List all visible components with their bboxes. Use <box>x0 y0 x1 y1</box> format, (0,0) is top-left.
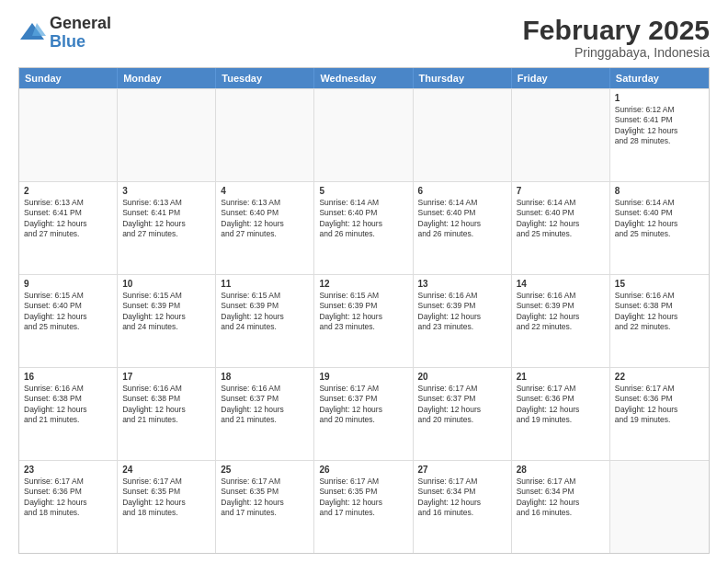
day-cell <box>512 89 610 181</box>
logo-general: General <box>50 15 111 33</box>
day-cell <box>19 89 118 181</box>
day-cell <box>610 461 709 553</box>
day-info: Sunrise: 6:17 AMSunset: 6:36 PMDaylight:… <box>24 477 112 519</box>
day-number: 12 <box>319 279 407 289</box>
day-number: 1 <box>615 93 704 103</box>
day-info: Sunrise: 6:17 AMSunset: 6:35 PMDaylight:… <box>319 477 407 519</box>
calendar-body: 1Sunrise: 6:12 AMSunset: 6:41 PMDaylight… <box>19 88 709 553</box>
day-number: 14 <box>517 279 605 289</box>
day-cell: 23Sunrise: 6:17 AMSunset: 6:36 PMDayligh… <box>19 461 118 553</box>
day-info: Sunrise: 6:15 AMSunset: 6:39 PMDaylight:… <box>221 291 309 333</box>
day-info: Sunrise: 6:13 AMSunset: 6:40 PMDaylight:… <box>221 198 309 240</box>
day-number: 10 <box>122 279 210 289</box>
day-cell: 22Sunrise: 6:17 AMSunset: 6:36 PMDayligh… <box>610 368 709 460</box>
day-cell <box>118 89 216 181</box>
day-info: Sunrise: 6:17 AMSunset: 6:37 PMDaylight:… <box>319 384 407 426</box>
day-number: 16 <box>24 372 112 382</box>
day-number: 6 <box>418 186 506 196</box>
logo: General Blue <box>18 15 111 52</box>
day-number: 25 <box>221 465 309 475</box>
day-number: 9 <box>24 279 112 289</box>
week-row-2: 2Sunrise: 6:13 AMSunset: 6:41 PMDaylight… <box>19 181 709 274</box>
day-number: 17 <box>122 372 210 382</box>
day-cell: 24Sunrise: 6:17 AMSunset: 6:35 PMDayligh… <box>118 461 216 553</box>
day-headers: SundayMondayTuesdayWednesdayThursdayFrid… <box>19 68 709 88</box>
day-header-wednesday: Wednesday <box>314 68 413 88</box>
day-cell: 17Sunrise: 6:16 AMSunset: 6:38 PMDayligh… <box>118 368 216 460</box>
logo-text: General Blue <box>50 15 111 52</box>
day-info: Sunrise: 6:14 AMSunset: 6:40 PMDaylight:… <box>517 198 605 240</box>
day-cell: 28Sunrise: 6:17 AMSunset: 6:34 PMDayligh… <box>512 461 610 553</box>
day-header-friday: Friday <box>512 68 610 88</box>
day-cell: 20Sunrise: 6:17 AMSunset: 6:37 PMDayligh… <box>414 368 512 460</box>
day-cell: 4Sunrise: 6:13 AMSunset: 6:40 PMDaylight… <box>216 182 314 274</box>
day-cell: 9Sunrise: 6:15 AMSunset: 6:40 PMDaylight… <box>19 275 118 367</box>
day-number: 8 <box>615 186 704 196</box>
day-info: Sunrise: 6:16 AMSunset: 6:39 PMDaylight:… <box>517 291 605 333</box>
day-info: Sunrise: 6:17 AMSunset: 6:36 PMDaylight:… <box>517 384 605 426</box>
day-number: 3 <box>122 186 210 196</box>
day-info: Sunrise: 6:16 AMSunset: 6:38 PMDaylight:… <box>122 384 210 426</box>
day-cell: 10Sunrise: 6:15 AMSunset: 6:39 PMDayligh… <box>118 275 216 367</box>
day-cell: 3Sunrise: 6:13 AMSunset: 6:41 PMDaylight… <box>118 182 216 274</box>
day-cell <box>414 89 512 181</box>
day-header-sunday: Sunday <box>19 68 118 88</box>
day-cell: 27Sunrise: 6:17 AMSunset: 6:34 PMDayligh… <box>414 461 512 553</box>
week-row-5: 23Sunrise: 6:17 AMSunset: 6:36 PMDayligh… <box>19 460 709 553</box>
day-cell: 13Sunrise: 6:16 AMSunset: 6:39 PMDayligh… <box>414 275 512 367</box>
day-cell: 12Sunrise: 6:15 AMSunset: 6:39 PMDayligh… <box>314 275 413 367</box>
day-cell: 18Sunrise: 6:16 AMSunset: 6:37 PMDayligh… <box>216 368 314 460</box>
day-info: Sunrise: 6:14 AMSunset: 6:40 PMDaylight:… <box>615 198 704 240</box>
day-cell: 1Sunrise: 6:12 AMSunset: 6:41 PMDaylight… <box>610 89 709 181</box>
day-cell: 25Sunrise: 6:17 AMSunset: 6:35 PMDayligh… <box>216 461 314 553</box>
day-header-saturday: Saturday <box>610 68 709 88</box>
day-number: 18 <box>221 372 309 382</box>
day-cell: 6Sunrise: 6:14 AMSunset: 6:40 PMDaylight… <box>414 182 512 274</box>
day-number: 23 <box>24 465 112 475</box>
day-info: Sunrise: 6:13 AMSunset: 6:41 PMDaylight:… <box>122 198 210 240</box>
logo-icon <box>18 19 46 47</box>
day-cell: 2Sunrise: 6:13 AMSunset: 6:41 PMDaylight… <box>19 182 118 274</box>
day-number: 5 <box>319 186 407 196</box>
day-number: 21 <box>517 372 605 382</box>
day-info: Sunrise: 6:15 AMSunset: 6:40 PMDaylight:… <box>24 291 112 333</box>
day-info: Sunrise: 6:17 AMSunset: 6:34 PMDaylight:… <box>517 477 605 519</box>
day-info: Sunrise: 6:16 AMSunset: 6:39 PMDaylight:… <box>418 291 506 333</box>
day-number: 15 <box>615 279 704 289</box>
day-cell: 15Sunrise: 6:16 AMSunset: 6:38 PMDayligh… <box>610 275 709 367</box>
day-cell: 8Sunrise: 6:14 AMSunset: 6:40 PMDaylight… <box>610 182 709 274</box>
week-row-1: 1Sunrise: 6:12 AMSunset: 6:41 PMDaylight… <box>19 88 709 181</box>
day-info: Sunrise: 6:16 AMSunset: 6:38 PMDaylight:… <box>615 291 704 333</box>
day-info: Sunrise: 6:15 AMSunset: 6:39 PMDaylight:… <box>122 291 210 333</box>
day-number: 27 <box>418 465 506 475</box>
calendar: SundayMondayTuesdayWednesdayThursdayFrid… <box>18 67 710 554</box>
day-info: Sunrise: 6:17 AMSunset: 6:34 PMDaylight:… <box>418 477 506 519</box>
day-number: 19 <box>319 372 407 382</box>
header: General Blue February 2025 Pringgabaya, … <box>18 15 710 60</box>
day-number: 11 <box>221 279 309 289</box>
day-header-monday: Monday <box>118 68 216 88</box>
day-info: Sunrise: 6:14 AMSunset: 6:40 PMDaylight:… <box>418 198 506 240</box>
location: Pringgabaya, Indonesia <box>523 45 710 60</box>
day-info: Sunrise: 6:17 AMSunset: 6:35 PMDaylight:… <box>221 477 309 519</box>
day-info: Sunrise: 6:15 AMSunset: 6:39 PMDaylight:… <box>319 291 407 333</box>
day-cell: 14Sunrise: 6:16 AMSunset: 6:39 PMDayligh… <box>512 275 610 367</box>
day-number: 20 <box>418 372 506 382</box>
day-info: Sunrise: 6:17 AMSunset: 6:37 PMDaylight:… <box>418 384 506 426</box>
title-block: February 2025 Pringgabaya, Indonesia <box>523 15 710 60</box>
day-cell <box>216 89 314 181</box>
day-number: 28 <box>517 465 605 475</box>
day-info: Sunrise: 6:17 AMSunset: 6:36 PMDaylight:… <box>615 384 704 426</box>
day-number: 13 <box>418 279 506 289</box>
day-header-thursday: Thursday <box>414 68 512 88</box>
day-number: 26 <box>319 465 407 475</box>
day-info: Sunrise: 6:17 AMSunset: 6:35 PMDaylight:… <box>122 477 210 519</box>
day-number: 7 <box>517 186 605 196</box>
week-row-3: 9Sunrise: 6:15 AMSunset: 6:40 PMDaylight… <box>19 274 709 367</box>
day-cell: 19Sunrise: 6:17 AMSunset: 6:37 PMDayligh… <box>314 368 413 460</box>
day-cell: 26Sunrise: 6:17 AMSunset: 6:35 PMDayligh… <box>314 461 413 553</box>
day-number: 4 <box>221 186 309 196</box>
day-number: 24 <box>122 465 210 475</box>
day-info: Sunrise: 6:16 AMSunset: 6:37 PMDaylight:… <box>221 384 309 426</box>
day-number: 22 <box>615 372 704 382</box>
